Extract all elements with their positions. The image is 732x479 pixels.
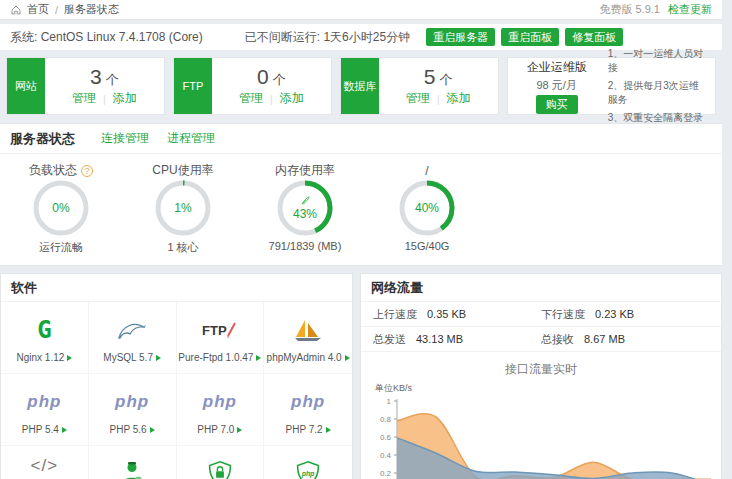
total-sent-value: 43.13 MB bbox=[416, 333, 463, 345]
running-icon bbox=[256, 355, 261, 361]
software-item-php54[interactable]: php PHP 5.4 bbox=[1, 374, 89, 446]
running-icon bbox=[156, 355, 161, 361]
website-card-tag: 网站 bbox=[7, 58, 45, 114]
mysql-logo-icon bbox=[116, 312, 148, 348]
down-speed-value: 0.23 KB bbox=[595, 308, 634, 320]
restart-server-button[interactable]: 重启服务器 bbox=[426, 28, 495, 46]
chart-title: 接口流量实时 bbox=[361, 361, 721, 378]
load-gauge: 负载状态? 0% 运行流畅 bbox=[0, 162, 122, 255]
running-icon bbox=[67, 355, 72, 361]
php-logo-icon: php bbox=[203, 384, 237, 420]
code-icon: </> bbox=[31, 448, 59, 479]
database-card: 数据库 5个 管理|添加 bbox=[340, 57, 499, 115]
server-status-panel: 服务器状态 连接管理 进程管理 负载状态? 0% 运行流畅 CPU使用率 1% bbox=[0, 123, 722, 266]
phpmyadmin-logo-icon bbox=[293, 312, 323, 348]
database-add-link[interactable]: 添加 bbox=[447, 90, 471, 107]
ftp-card-tag: FTP bbox=[174, 58, 212, 114]
stat-cards-row: 网站 3个 管理|添加 FTP 0个 管理|添加 数据库 5个 管理|添加 企业… bbox=[6, 57, 716, 115]
software-item-pureftpd[interactable]: FTP Pure-Ftpd 1.0.47 bbox=[177, 302, 265, 374]
php-logo-icon: php bbox=[115, 384, 149, 420]
svg-text:FTP: FTP bbox=[202, 323, 227, 338]
software-item-secure-login[interactable]: 宝塔安全登录 1.3 bbox=[177, 446, 265, 479]
shield-lock-icon bbox=[207, 455, 233, 479]
uptime-info: 已不间断运行: 1天6小时25分钟 bbox=[245, 29, 410, 46]
running-icon bbox=[345, 355, 350, 361]
running-icon bbox=[326, 427, 331, 433]
software-item-php56[interactable]: php PHP 5.6 bbox=[89, 374, 177, 446]
software-item-php-guard[interactable]: php PHP守护 1.2 bbox=[264, 446, 352, 479]
tab-process-manage[interactable]: 进程管理 bbox=[167, 130, 215, 147]
software-item-deploy-code[interactable]: </> 宝塔一键部署源码 1.1 bbox=[1, 446, 89, 479]
database-manage-link[interactable]: 管理 bbox=[406, 90, 430, 107]
running-icon bbox=[150, 427, 155, 433]
running-icon bbox=[237, 427, 242, 433]
tab-connection-manage[interactable]: 连接管理 bbox=[101, 130, 149, 147]
software-item-phpmyadmin[interactable]: phpMyAdmin 4.0 bbox=[264, 302, 352, 374]
svg-text:0.8: 0.8 bbox=[380, 415, 392, 424]
ftp-card: FTP 0个 管理|添加 bbox=[173, 57, 332, 115]
pureftpd-logo-icon: FTP bbox=[200, 312, 240, 348]
software-item-bt-ops[interactable]: 宝塔运维 1.0 bbox=[89, 446, 177, 479]
svg-text:php: php bbox=[301, 469, 315, 477]
repair-panel-button[interactable]: 修复面板 bbox=[565, 28, 623, 46]
buy-button[interactable]: 购买 bbox=[536, 95, 578, 114]
network-total-row: 总发送43.13 MB 总接收8.67 MB bbox=[361, 327, 721, 352]
network-title: 网络流量 bbox=[371, 279, 423, 297]
nginx-logo-icon: G bbox=[37, 312, 51, 348]
traffic-chart: 00.20.40.60.8117:32:1117:32:1617:32:2017… bbox=[363, 395, 719, 479]
php-logo-icon: php bbox=[27, 384, 61, 420]
database-count: 5个 bbox=[424, 65, 453, 89]
breadcrumb-home[interactable]: 首页 bbox=[27, 2, 49, 17]
system-info: 系统: CentOS Linux 7.4.1708 (Core) bbox=[10, 29, 203, 46]
svg-text:1: 1 bbox=[387, 397, 392, 406]
disk-gauge: / 40% 15G/40G bbox=[366, 162, 488, 255]
breadcrumb-separator: / bbox=[55, 4, 58, 16]
software-title: 软件 bbox=[11, 279, 37, 297]
restart-panel-button[interactable]: 重启面板 bbox=[501, 28, 559, 46]
version-label: 免费版 5.9.1 bbox=[599, 2, 660, 17]
promo-feature: 1、一对一运维人员对接 bbox=[608, 47, 707, 75]
promo-title: 企业运维版 bbox=[527, 59, 587, 76]
software-item-nginx[interactable]: G Nginx 1.12 bbox=[1, 302, 89, 374]
breadcrumb: 首页 / 服务器状态 免费版 5.9.1 检查更新 bbox=[0, 0, 722, 20]
ops-person-icon bbox=[119, 455, 145, 479]
check-update-link[interactable]: 检查更新 bbox=[668, 2, 712, 17]
server-status-title: 服务器状态 bbox=[10, 130, 75, 148]
software-item-php70[interactable]: php PHP 7.0 bbox=[177, 374, 265, 446]
promo-price: 98 元/月 bbox=[536, 78, 576, 93]
help-icon[interactable]: ? bbox=[81, 165, 93, 177]
software-item-mysql[interactable]: MySQL 5.7 bbox=[89, 302, 177, 374]
cpu-gauge: CPU使用率 1% 1 核心 bbox=[122, 162, 244, 255]
website-add-link[interactable]: 添加 bbox=[113, 90, 137, 107]
promo-feature: 3、双重安全隔离登录 bbox=[608, 111, 707, 125]
database-card-tag: 数据库 bbox=[341, 58, 379, 114]
memory-gauge: 内存使用率 43% 791/1839 (MB) bbox=[244, 162, 366, 255]
chart-unit-label: 单位KB/s bbox=[375, 382, 721, 395]
ftp-add-link[interactable]: 添加 bbox=[280, 90, 304, 107]
free-memory-broom-icon[interactable] bbox=[300, 195, 311, 206]
home-icon[interactable] bbox=[10, 4, 22, 16]
website-manage-link[interactable]: 管理 bbox=[72, 90, 96, 107]
software-item-php72[interactable]: php PHP 7.2 bbox=[264, 374, 352, 446]
enterprise-promo-card: 企业运维版 98 元/月 购买 1、一对一运维人员对接 2、提供每月3次运维服务… bbox=[507, 57, 716, 115]
promo-feature: 2、提供每月3次运维服务 bbox=[608, 79, 707, 107]
ftp-manage-link[interactable]: 管理 bbox=[239, 90, 263, 107]
svg-text:0.4: 0.4 bbox=[380, 451, 392, 460]
php-logo-icon: php bbox=[291, 384, 325, 420]
bt-panel-dashboard: 首页 / 服务器状态 免费版 5.9.1 检查更新 系统: CentOS Lin… bbox=[0, 0, 732, 479]
svg-text:0.6: 0.6 bbox=[380, 433, 392, 442]
breadcrumb-current: 服务器状态 bbox=[64, 2, 119, 17]
network-panel: 网络流量 上行速度0.35 KB 下行速度0.23 KB 总发送43.13 MB… bbox=[360, 273, 722, 479]
network-speed-row: 上行速度0.35 KB 下行速度0.23 KB bbox=[361, 302, 721, 327]
up-speed-value: 0.35 KB bbox=[427, 308, 466, 320]
website-count: 3个 bbox=[90, 65, 119, 89]
website-card: 网站 3个 管理|添加 bbox=[6, 57, 165, 115]
software-panel: 软件 G Nginx 1.12 MySQL 5.7 FTP Pure-Ftpd bbox=[0, 273, 353, 479]
ftp-count: 0个 bbox=[257, 65, 286, 89]
shield-php-icon: php bbox=[295, 455, 321, 479]
total-recv-value: 8.67 MB bbox=[584, 333, 625, 345]
running-icon bbox=[62, 427, 67, 433]
svg-text:0.2: 0.2 bbox=[380, 469, 392, 478]
